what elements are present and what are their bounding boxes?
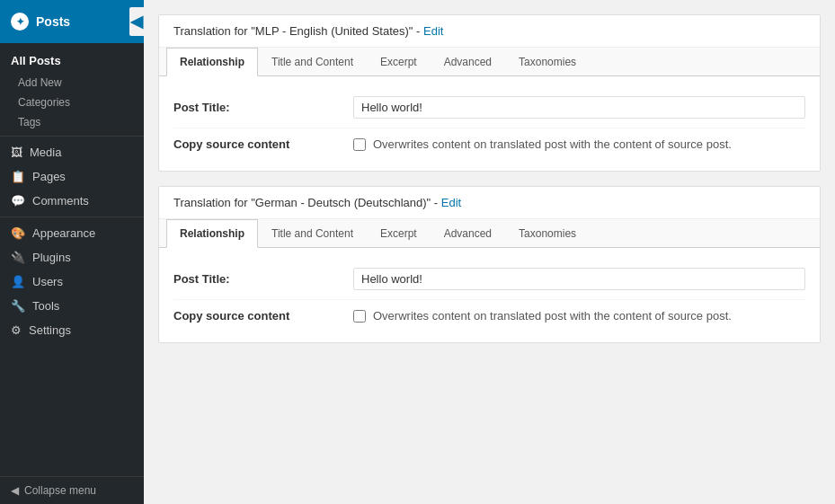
sidebar-header-label: Posts <box>36 14 70 29</box>
tab-english-taxonomies[interactable]: Taxonomies <box>505 48 590 76</box>
edit-link-english[interactable]: Edit <box>423 24 443 38</box>
copy-source-control-german: Overwrites content on translated post wi… <box>353 309 805 323</box>
media-icon: 🖼 <box>11 146 22 159</box>
comments-icon: 💬 <box>11 194 25 208</box>
copy-source-label-german: Copy source content <box>173 309 353 323</box>
copy-source-checkbox-row-german: Overwrites content on translated post wi… <box>353 309 805 323</box>
copy-source-checkbox-english[interactable] <box>353 138 366 151</box>
tab-german-excerpt[interactable]: Excerpt <box>367 219 431 248</box>
sidebar-posts-header[interactable]: ✦ Posts ◀ <box>0 0 144 43</box>
translation-block-german: Translation for "German - Deutsch (Deuts… <box>158 186 821 343</box>
copy-source-checkbox-row-english: Overwrites content on translated post wi… <box>353 137 805 151</box>
collapse-icon: ◀ <box>11 484 19 497</box>
tab-english-relationship[interactable]: Relationship <box>166 48 258 76</box>
post-title-control-german <box>353 268 805 290</box>
tab-german-advanced[interactable]: Advanced <box>431 219 505 248</box>
posts-icon: ✦ <box>11 13 29 31</box>
tabs-english: Relationship Title and Content Excerpt A… <box>159 48 820 76</box>
tab-english-title-content[interactable]: Title and Content <box>258 48 367 76</box>
tab-english-advanced[interactable]: Advanced <box>431 48 505 76</box>
divider-2 <box>0 217 144 217</box>
post-title-input-english[interactable] <box>353 96 805 119</box>
sidebar-item-comments[interactable]: 💬 Comments <box>0 189 144 213</box>
sidebar-item-pages[interactable]: 📋 Pages <box>0 164 144 189</box>
tab-german-taxonomies[interactable]: Taxonomies <box>505 219 590 248</box>
settings-icon: ⚙ <box>11 323 22 337</box>
copy-source-checkbox-german[interactable] <box>353 310 366 323</box>
sidebar-nav: All Posts Add New Categories Tags 🖼 Medi… <box>0 43 144 348</box>
sidebar-item-add-new[interactable]: Add New <box>0 73 144 93</box>
post-title-label-german: Post Title: <box>173 272 353 286</box>
sidebar-item-tools[interactable]: 🔧 Tools <box>0 294 144 318</box>
divider-1 <box>0 136 144 137</box>
plugins-icon: 🔌 <box>11 251 25 264</box>
tools-icon: 🔧 <box>11 299 25 313</box>
sidebar-item-plugins[interactable]: 🔌 Plugins <box>0 245 144 270</box>
form-section-english: Post Title: Copy source content Overwrit… <box>159 76 820 171</box>
users-icon: 👤 <box>11 275 25 288</box>
sidebar-arrow: ◀ <box>129 7 144 36</box>
pages-icon: 📋 <box>11 170 25 183</box>
form-section-german: Post Title: Copy source content Overwrit… <box>159 248 820 342</box>
translation-heading-english: Translation for "MLP - English (United S… <box>173 24 423 38</box>
edit-link-german[interactable]: Edit <box>441 196 461 209</box>
sidebar: ✦ Posts ◀ All Posts Add New Categories T… <box>0 0 144 504</box>
form-row-copy-source-german: Copy source content Overwrites content o… <box>173 300 805 332</box>
copy-source-description-english: Overwrites content on translated post wi… <box>373 137 732 151</box>
copy-source-description-german: Overwrites content on translated post wi… <box>373 309 732 323</box>
tab-english-excerpt[interactable]: Excerpt <box>367 48 431 76</box>
post-title-input-german[interactable] <box>353 268 805 290</box>
post-title-label-english: Post Title: <box>173 101 353 114</box>
sidebar-item-categories[interactable]: Categories <box>0 93 144 112</box>
translation-header-english: Translation for "MLP - English (United S… <box>159 15 820 48</box>
tabs-german: Relationship Title and Content Excerpt A… <box>159 219 820 248</box>
collapse-menu[interactable]: ◀ Collapse menu <box>0 476 144 504</box>
translation-header-german: Translation for "German - Deutsch (Deuts… <box>159 187 820 219</box>
sidebar-item-users[interactable]: 👤 Users <box>0 270 144 294</box>
tab-german-relationship[interactable]: Relationship <box>166 219 258 248</box>
sidebar-item-all-posts[interactable]: All Posts <box>0 49 144 73</box>
tab-german-title-content[interactable]: Title and Content <box>258 219 367 248</box>
copy-source-control-english: Overwrites content on translated post wi… <box>353 137 805 151</box>
form-row-copy-source-english: Copy source content Overwrites content o… <box>173 128 805 160</box>
main-content: Translation for "MLP - English (United S… <box>144 0 835 504</box>
post-title-control-english <box>353 96 805 119</box>
copy-source-label-english: Copy source content <box>173 137 353 151</box>
translation-block-english: Translation for "MLP - English (United S… <box>158 14 821 172</box>
form-row-post-title-english: Post Title: <box>173 87 805 128</box>
appearance-icon: 🎨 <box>11 226 25 240</box>
sidebar-item-appearance[interactable]: 🎨 Appearance <box>0 221 144 245</box>
sidebar-item-tags[interactable]: Tags <box>0 112 144 132</box>
sidebar-item-settings[interactable]: ⚙ Settings <box>0 318 144 342</box>
collapse-label: Collapse menu <box>24 484 96 497</box>
form-row-post-title-german: Post Title: <box>173 259 805 300</box>
translation-heading-german: Translation for "German - Deutsch (Deuts… <box>173 196 441 209</box>
sidebar-item-media[interactable]: 🖼 Media <box>0 140 144 164</box>
